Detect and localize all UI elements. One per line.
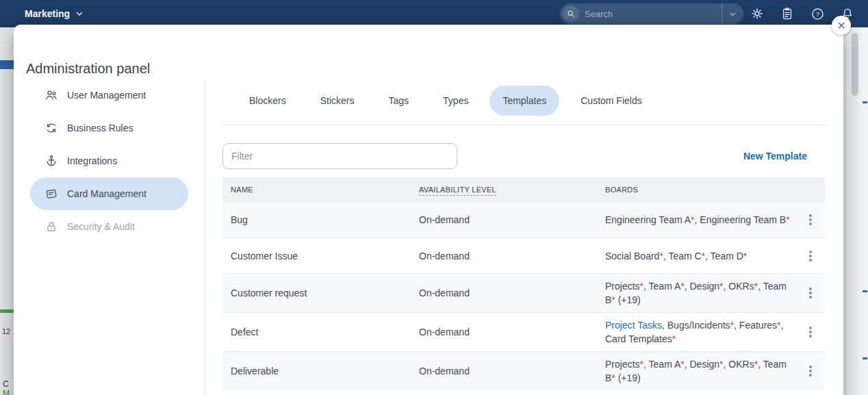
business-rules-icon: [44, 120, 59, 136]
row-menu-kebab-icon[interactable]: [804, 245, 817, 267]
shared-board-asterisk: *: [640, 281, 643, 292]
template-name: Defect: [222, 320, 411, 344]
sidebar-item-label: User Management: [67, 90, 146, 101]
lock-icon: [44, 219, 59, 234]
tabs-bar: BlockersStickersTagsTypesTemplatesCustom…: [222, 86, 825, 125]
row-menu-kebab-icon[interactable]: [804, 360, 817, 382]
shared-board-asterisk: *: [786, 214, 789, 225]
board-name: Features: [739, 320, 777, 331]
users-icon: [44, 88, 59, 103]
row-actions: [795, 203, 825, 236]
template-name: Customer Issue: [222, 244, 411, 268]
shared-board-asterisk: *: [754, 359, 758, 370]
background-fragment: [863, 290, 867, 292]
sidebar-item-security-audit[interactable]: Security & Audit: [30, 210, 188, 243]
search-options-chevron-icon[interactable]: [722, 3, 743, 24]
table-row: Customer requestOn-demandProjects*, Team…: [222, 273, 825, 312]
table-row: BugOn-demandEngineering Team A*, Enginee…: [222, 202, 825, 238]
boards-list: Social Board*, Team C*, Team D*: [597, 244, 795, 268]
row-menu-kebab-icon[interactable]: [804, 321, 817, 343]
table-row: Customer IssueOn-demandSocial Board*, Te…: [222, 238, 825, 273]
page-scrollbar[interactable]: [850, 27, 860, 395]
table-row: DeliverableOn-demandProjects*, Team A*, …: [222, 351, 825, 390]
board-link[interactable]: Project Tasks: [605, 320, 662, 331]
sidebar-item-user-management[interactable]: User Management: [30, 79, 188, 112]
search-icon: [563, 5, 579, 22]
board-name: Card Templates: [605, 333, 672, 344]
board-name: Projects: [605, 359, 640, 370]
board-name: OKRs: [728, 281, 754, 292]
table-row: DefectOn-demandProject Tasks, Bugs/Incid…: [222, 312, 825, 351]
chevron-down-icon: [75, 10, 84, 18]
background-lane-divider-sliver: [0, 309, 14, 313]
clipboard-icon[interactable]: [776, 3, 798, 25]
templates-table: BugOn-demandEngineering Team A*, Enginee…: [222, 202, 825, 390]
availability-level: On-demand: [411, 359, 597, 383]
board-name: Design: [690, 281, 720, 292]
board-name: Team C: [668, 251, 701, 262]
templates-toolbar: New Template: [222, 143, 825, 169]
tab-tags[interactable]: Tags: [375, 86, 422, 116]
shared-board-asterisk: *: [743, 251, 747, 262]
sidebar-item-business-rules[interactable]: Business Rules: [30, 112, 188, 144]
svg-text:?: ?: [815, 10, 819, 18]
background-partial-text: 12: [2, 327, 10, 335]
shared-board-asterisk: *: [691, 214, 694, 225]
top-bar: Marketing ?: [0, 0, 868, 27]
new-template-button[interactable]: New Template: [743, 151, 807, 162]
board-name: Design: [690, 359, 720, 370]
tab-custom-fields[interactable]: Custom Fields: [567, 86, 654, 116]
board-name: Team A: [649, 359, 681, 370]
shared-board-asterisk: *: [680, 281, 684, 292]
template-name: Deliverable: [222, 359, 411, 383]
boards-list: Engineering Team A*, Engineering Team B*: [597, 207, 795, 232]
tab-blockers[interactable]: Blockers: [236, 86, 299, 116]
template-name: Customer request: [222, 281, 411, 305]
row-actions: [795, 277, 825, 309]
close-icon[interactable]: ×: [832, 16, 851, 35]
shared-board-asterisk: *: [730, 320, 734, 331]
page-scrollbar-thumb[interactable]: [852, 33, 858, 96]
settings-gear-icon[interactable]: [746, 3, 768, 25]
background-fragment: [863, 357, 867, 359]
sidebar-item-label: Security & Audit: [67, 221, 135, 232]
shared-board-asterisk: *: [754, 281, 758, 292]
search-input[interactable]: [579, 9, 722, 19]
row-menu-kebab-icon[interactable]: [804, 209, 817, 231]
background-partial-text: M: [3, 389, 10, 395]
shared-board-asterisk: *: [640, 359, 643, 370]
availability-level: On-demand: [411, 320, 597, 344]
board-name: OKRs: [728, 359, 754, 370]
sidebar-item-card-management[interactable]: Card Management: [30, 177, 188, 210]
filter-input[interactable]: [222, 143, 457, 169]
boards-list: Projects*, Team A*, Design*, OKRs*, Team…: [597, 274, 795, 312]
admin-sidebar: User ManagementBusiness RulesIntegration…: [14, 79, 205, 395]
workspace-switcher[interactable]: Marketing: [25, 8, 84, 19]
column-header-boards: BOARDS: [597, 186, 795, 194]
tab-types[interactable]: Types: [430, 86, 481, 116]
tab-templates[interactable]: Templates: [489, 86, 559, 116]
row-menu-kebab-icon[interactable]: [804, 282, 817, 304]
card-management-content: BlockersStickersTagsTypesTemplatesCustom…: [205, 79, 843, 395]
board-name: Team A: [649, 281, 681, 292]
board-name: Bugs/Incidents: [667, 320, 730, 331]
boards-list: Project Tasks, Bugs/Incidents*, Features…: [597, 313, 795, 351]
availability-level: On-demand: [411, 207, 597, 232]
shared-board-asterisk: *: [611, 372, 615, 383]
tab-stickers[interactable]: Stickers: [307, 86, 368, 116]
background-board-header-sliver: [0, 60, 14, 69]
help-icon[interactable]: ?: [806, 3, 828, 25]
shared-board-asterisk: *: [672, 333, 676, 344]
background-partial-text: C: [3, 379, 9, 389]
row-actions: [795, 355, 825, 387]
availability-level: On-demand: [411, 281, 597, 305]
global-search[interactable]: [560, 3, 743, 24]
sidebar-item-label: Integrations: [67, 155, 117, 166]
templates-table-header: NAMEAVAILABILITY LEVELBOARDS: [222, 177, 825, 202]
shared-board-asterisk: *: [719, 281, 723, 292]
background-fragment: [863, 101, 867, 103]
sidebar-item-integrations[interactable]: Integrations: [30, 144, 188, 177]
sidebar-item-label: Business Rules: [67, 123, 133, 133]
board-name: Projects: [605, 281, 640, 292]
board-name: Social Board: [605, 251, 659, 262]
